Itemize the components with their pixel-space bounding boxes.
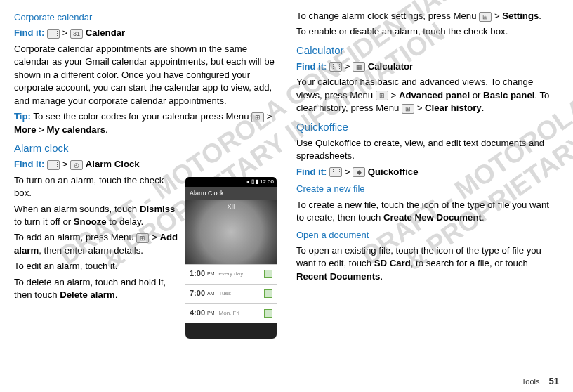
apps-icon: ⋮⋮ — [47, 29, 60, 39]
footer-section: Tools — [522, 377, 540, 386]
menu-icon: ⊞ — [479, 12, 492, 22]
find-it-label: Find it: — [296, 61, 327, 72]
alarm-row: 4:00PMMon, Fri — [185, 303, 277, 323]
quickoffice-heading: Quickoffice — [296, 119, 559, 134]
corporate-calendar-heading: Corporate calendar — [14, 11, 277, 24]
alarm-row: 1:00PMevery day — [185, 264, 277, 284]
create-file-heading: Create a new file — [296, 183, 559, 195]
tip-label: Tip: — [14, 111, 31, 122]
find-it-line-alarm: Find it: ⋮⋮ > ◴ Alarm Clock — [14, 158, 277, 171]
content-columns: Corporate calendar Find it: ⋮⋮ > 31 Cale… — [0, 0, 573, 343]
menu-icon: ⊞ — [402, 104, 414, 114]
calculator-icon: ▦ — [353, 62, 365, 72]
find-it-line-calc: Find it: ⋮⋮ > ▦ Calculator — [296, 60, 559, 73]
calculator-heading: Calculator — [296, 43, 559, 58]
phone-screenshot: ◂ ▯ ▮ 12:00 Alarm Clock XII 1:00PMevery … — [185, 177, 277, 339]
apps-icon: ⋮⋮ — [329, 167, 342, 177]
clock-numeral: XII — [185, 202, 277, 211]
find-it-label: Find it: — [14, 27, 44, 38]
calendar-label: Calendar — [86, 27, 125, 38]
checkbox-icon — [264, 289, 272, 298]
calculator-label: Calculator — [368, 61, 414, 72]
page-number: 51 — [549, 376, 559, 386]
quickoffice-icon: ◆ — [353, 167, 365, 177]
alarm-row: 7:00AMTues — [185, 284, 277, 303]
qo-intro: Use Quickoffice to create, view, and edi… — [296, 137, 559, 163]
corp-cal-tip: Tip: To see the color codes for your cal… — [14, 110, 277, 136]
quickoffice-label: Quickoffice — [368, 166, 419, 177]
checkbox-icon — [264, 270, 272, 278]
alarm-clock-heading: Alarm clock — [14, 141, 277, 155]
phone-clockface: XII — [185, 200, 277, 264]
phone-status-bar: ◂ ▯ ▮ 12:00 — [185, 177, 277, 187]
right-column: To change alarm clock settings, press Me… — [296, 7, 559, 343]
menu-icon: ⊞ — [376, 91, 388, 100]
left-column: Corporate calendar Find it: ⋮⋮ > 31 Cale… — [14, 7, 277, 343]
apps-icon: ⋮⋮ — [47, 160, 60, 170]
page-footer: Tools 51 — [522, 376, 559, 386]
alarm-settings: To change alarm clock settings, press Me… — [296, 10, 559, 22]
gt: > — [62, 27, 68, 38]
gt: > — [62, 159, 68, 169]
calc-body: Your calculator has basic and advanced v… — [296, 76, 559, 115]
alarm-clock-icon: ◴ — [70, 160, 83, 170]
gt: > — [345, 166, 350, 177]
find-it-line-qo: Find it: ⋮⋮ > ◆ Quickoffice — [296, 166, 559, 178]
gt: > — [345, 61, 350, 72]
phone-app-title: Alarm Clock — [185, 187, 277, 200]
alarm-clock-label: Alarm Clock — [86, 159, 140, 169]
find-it-label: Find it: — [296, 166, 327, 177]
find-it-label: Find it: — [14, 159, 44, 169]
menu-icon: ⊞ — [136, 233, 149, 243]
alarm-enable: To enable or disable an alarm, touch the… — [296, 25, 559, 38]
corp-cal-body: Corporate calendar appointments are show… — [14, 43, 277, 107]
open-doc-body: To open an existing file, touch the icon… — [296, 244, 559, 283]
calendar-icon: 31 — [70, 29, 83, 39]
find-it-line: Find it: ⋮⋮ > 31 Calendar — [14, 27, 277, 39]
menu-icon: ⊞ — [251, 112, 264, 122]
create-file-body: To create a new file, touch the icon of … — [296, 199, 559, 225]
open-doc-heading: Open a document — [296, 229, 559, 242]
apps-icon: ⋮⋮ — [329, 62, 342, 72]
checkbox-icon — [264, 309, 272, 318]
